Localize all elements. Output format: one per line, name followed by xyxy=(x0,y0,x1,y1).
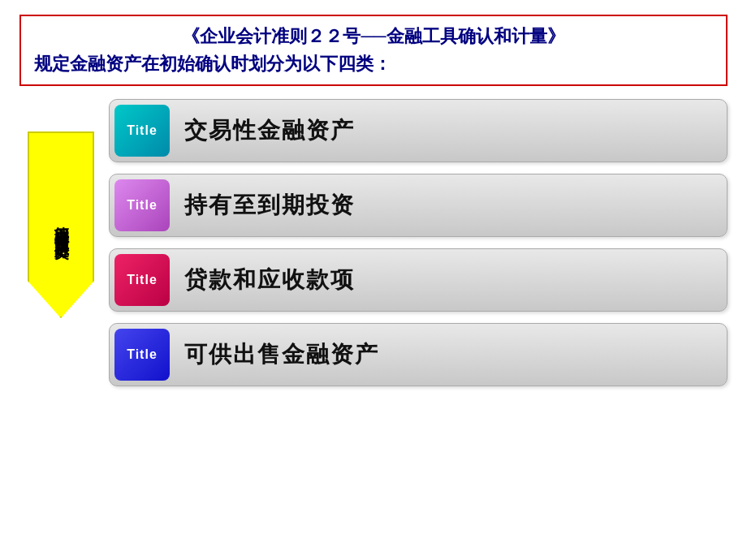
items-column: Title 交易性金融资产 Title 持有至到期投资 Title 贷款和应收款… xyxy=(109,99,728,386)
item-icon-label-2: Title xyxy=(127,198,158,213)
item-icon-3: Title xyxy=(114,254,170,306)
header-line1: 《企业会计准则２２号──金融工具确认和计量》 xyxy=(34,24,713,49)
header-line2: 规定金融资产在初始确认时划分为以下四类： xyxy=(34,52,713,76)
item-row-3: Title 贷款和应收款项 xyxy=(109,248,728,312)
item-text-4: 可供出售金融资产 xyxy=(184,339,379,370)
item-icon-label-1: Title xyxy=(127,123,158,138)
side-label-text: 管理者的持有意图决定分类 xyxy=(50,215,71,235)
item-icon-label-3: Title xyxy=(127,273,158,287)
side-label: 管理者的持有意图决定分类 xyxy=(28,131,94,318)
arrow-shape: 管理者的持有意图决定分类 xyxy=(28,131,94,318)
header-box: 《企业会计准则２２号──金融工具确认和计量》 规定金融资产在初始确认时划分为以下… xyxy=(19,15,728,86)
page-container: 《企业会计准则２２号──金融工具确认和计量》 规定金融资产在初始确认时划分为以下… xyxy=(0,0,747,560)
item-row-1: Title 交易性金融资产 xyxy=(109,99,728,162)
main-content: 管理者的持有意图决定分类 Title 交易性金融资产 Title 持有至到期投资… xyxy=(19,99,728,545)
item-icon-2: Title xyxy=(114,179,170,231)
item-icon-1: Title xyxy=(114,105,170,157)
item-icon-4: Title xyxy=(114,329,170,381)
item-text-3: 贷款和应收款项 xyxy=(184,265,355,295)
item-text-2: 持有至到期投资 xyxy=(184,190,355,221)
item-row-4: Title 可供出售金融资产 xyxy=(109,323,728,386)
item-text-1: 交易性金融资产 xyxy=(184,115,355,146)
item-row-2: Title 持有至到期投资 xyxy=(109,174,728,237)
item-icon-label-4: Title xyxy=(127,347,158,362)
